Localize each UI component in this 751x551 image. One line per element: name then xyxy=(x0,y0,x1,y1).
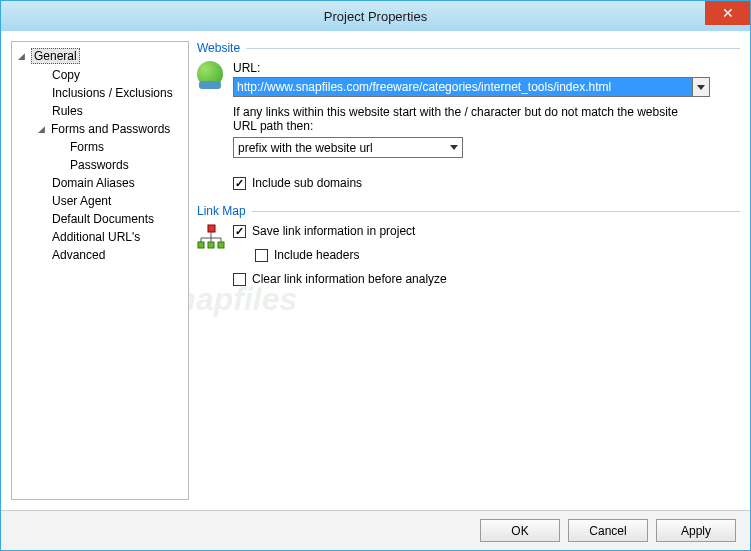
tree-item-domain-aliases[interactable]: Domain Aliases xyxy=(14,174,186,192)
url-label: URL: xyxy=(233,61,740,75)
tree-item-general[interactable]: ◢ General xyxy=(14,46,186,66)
cancel-button[interactable]: Cancel xyxy=(568,519,648,542)
linkmap-section-title: Link Map xyxy=(197,204,740,218)
tree-item-rules[interactable]: Rules xyxy=(14,102,186,120)
website-fieldset: Website URL: If any links within this we… xyxy=(197,41,740,190)
footer-bar: OK Cancel Apply xyxy=(1,510,750,550)
close-button[interactable]: ✕ xyxy=(705,1,750,25)
url-dropdown-arrow[interactable] xyxy=(693,77,710,97)
tree-label: Advanced xyxy=(52,248,105,262)
expander-icon[interactable]: ◢ xyxy=(38,124,49,134)
tree-item-inclusions[interactable]: Inclusions / Exclusions xyxy=(14,84,186,102)
prefix-note: If any links within this website start w… xyxy=(233,105,703,133)
tree-label: Domain Aliases xyxy=(52,176,135,190)
tree-item-passwords[interactable]: Passwords xyxy=(14,156,186,174)
include-headers-label: Include headers xyxy=(274,248,359,262)
tree-label: Rules xyxy=(52,104,83,118)
tree-item-default-documents[interactable]: Default Documents xyxy=(14,210,186,228)
svg-rect-0 xyxy=(208,225,215,232)
tree-label: Default Documents xyxy=(52,212,154,226)
tree-label: Additional URL's xyxy=(52,230,140,244)
titlebar: Project Properties ✕ xyxy=(1,1,750,31)
tree-label: General xyxy=(31,48,80,64)
tree-item-user-agent[interactable]: User Agent xyxy=(14,192,186,210)
dialog-window: Project Properties ✕ Snapfiles ◢ General… xyxy=(0,0,751,551)
prefix-select-value: prefix with the website url xyxy=(238,141,373,155)
globe-link-icon xyxy=(197,61,225,89)
tree-label: Forms xyxy=(70,140,104,154)
tree-item-forms-passwords[interactable]: ◢ Forms and Passwords xyxy=(14,120,186,138)
settings-panel: Website URL: If any links within this we… xyxy=(197,41,740,500)
save-link-info-label: Save link information in project xyxy=(252,224,415,238)
clear-before-analyze-checkbox[interactable] xyxy=(233,273,246,286)
svg-rect-6 xyxy=(198,242,204,248)
include-subdomains-checkbox[interactable] xyxy=(233,177,246,190)
svg-rect-7 xyxy=(208,242,214,248)
url-input[interactable] xyxy=(233,77,693,97)
close-icon: ✕ xyxy=(722,5,734,21)
tree-item-forms[interactable]: Forms xyxy=(14,138,186,156)
window-title: Project Properties xyxy=(324,9,427,24)
tree-label: Passwords xyxy=(70,158,129,172)
expander-icon[interactable]: ◢ xyxy=(18,51,29,61)
tree-item-advanced[interactable]: Advanced xyxy=(14,246,186,264)
nav-tree: ◢ General Copy Inclusions / Exclusions R… xyxy=(11,41,189,500)
website-section-title: Website xyxy=(197,41,740,55)
content-area: Snapfiles ◢ General Copy Inclusions / Ex… xyxy=(1,31,750,510)
save-link-info-checkbox[interactable] xyxy=(233,225,246,238)
tree-label: Forms and Passwords xyxy=(51,122,170,136)
tree-item-additional-urls[interactable]: Additional URL's xyxy=(14,228,186,246)
apply-button[interactable]: Apply xyxy=(656,519,736,542)
tree-label: User Agent xyxy=(52,194,111,208)
tree-label: Inclusions / Exclusions xyxy=(52,86,173,100)
clear-before-analyze-label: Clear link information before analyze xyxy=(252,272,447,286)
linkmap-fieldset: Link Map xyxy=(197,204,740,286)
include-subdomains-label: Include sub domains xyxy=(252,176,362,190)
include-headers-checkbox[interactable] xyxy=(255,249,268,262)
tree-label: Copy xyxy=(52,68,80,82)
tree-item-copy[interactable]: Copy xyxy=(14,66,186,84)
prefix-select[interactable]: prefix with the website url xyxy=(233,137,463,158)
svg-rect-8 xyxy=(218,242,224,248)
chevron-down-icon xyxy=(450,145,458,150)
ok-button[interactable]: OK xyxy=(480,519,560,542)
sitemap-icon xyxy=(197,224,225,252)
